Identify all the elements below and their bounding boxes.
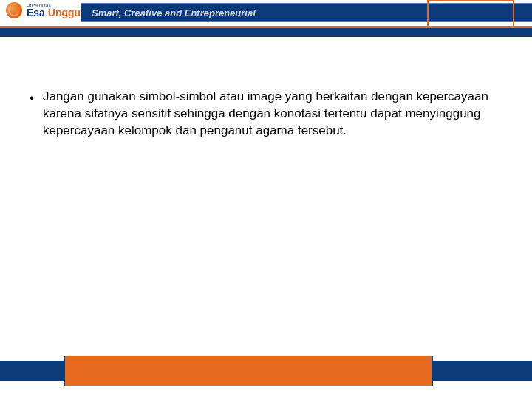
logo-name-main: Esa — [27, 7, 45, 18]
footer-orange-box — [64, 356, 433, 386]
logo-name-accent: Unggul — [48, 7, 83, 18]
logo-text: Universitas Esa Unggul — [27, 3, 83, 18]
header-blue-band — [0, 28, 532, 37]
slide-content: • Jangan gunakan simbol-simbol atau imag… — [30, 89, 502, 140]
slide-footer — [0, 356, 532, 386]
logo-globe-icon — [6, 2, 22, 18]
logo-name: Esa Unggul — [27, 7, 83, 18]
bullet-dot-icon: • — [30, 89, 34, 140]
bullet-text: Jangan gunakan simbol-simbol atau image … — [43, 89, 502, 140]
university-logo: Universitas Esa Unggul — [6, 2, 83, 18]
header-corner-box — [427, 0, 514, 27]
bullet-item: • Jangan gunakan simbol-simbol atau imag… — [30, 89, 502, 140]
tagline-text: Smart, Creative and Entrepreneurial — [92, 7, 256, 18]
slide-header: Universitas Esa Unggul Smart, Creative a… — [0, 0, 532, 40]
